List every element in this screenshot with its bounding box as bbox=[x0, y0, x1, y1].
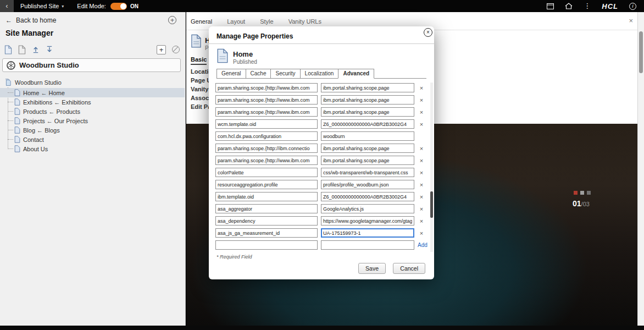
tree-node-about[interactable]: About Us bbox=[0, 144, 185, 153]
tab-style[interactable]: Style bbox=[260, 18, 273, 25]
add-circle-icon[interactable]: + bbox=[168, 16, 176, 24]
remove-row-icon[interactable]: × bbox=[418, 85, 425, 91]
slide-dot[interactable] bbox=[587, 191, 591, 195]
back-button[interactable]: ‹ bbox=[0, 0, 14, 12]
tree-node-label: Blog ← Blogs bbox=[23, 127, 60, 134]
property-value-input[interactable] bbox=[321, 168, 414, 177]
dialog-tab-localization[interactable]: Localization bbox=[300, 69, 339, 79]
property-key-input[interactable] bbox=[215, 180, 318, 189]
property-value-input[interactable] bbox=[321, 131, 414, 141]
property-value-input[interactable] bbox=[321, 180, 414, 189]
site-selector[interactable]: Woodburn Studio bbox=[2, 58, 181, 72]
toggle-state-label: ON bbox=[130, 3, 138, 9]
tree-node-label: Exhibitions ← Exhibitions bbox=[23, 99, 91, 106]
published-site-menu[interactable]: Published Site ▾ bbox=[20, 3, 64, 9]
tree-node-home[interactable]: Home ← Home bbox=[0, 88, 185, 97]
tab-vanity-urls[interactable]: Vanity URLs bbox=[288, 18, 321, 25]
scrollbar-thumb[interactable] bbox=[639, 31, 643, 73]
add-row-button[interactable]: Add bbox=[418, 242, 428, 248]
property-key-input[interactable] bbox=[215, 168, 318, 177]
info-icon[interactable]: i bbox=[629, 3, 636, 10]
property-value-input[interactable] bbox=[321, 144, 414, 153]
dialog-divider bbox=[209, 43, 434, 44]
dialog-tab-advanced[interactable]: Advanced bbox=[338, 69, 374, 79]
property-value-input[interactable] bbox=[321, 216, 414, 226]
tree-node-products[interactable]: Products ← Products bbox=[0, 107, 185, 116]
remove-row-icon[interactable]: × bbox=[418, 109, 425, 116]
site-name-label: Woodburn Studio bbox=[19, 61, 79, 69]
property-value-input[interactable] bbox=[321, 83, 414, 92]
property-value-input[interactable] bbox=[321, 107, 414, 117]
dialog-tab-general[interactable]: General bbox=[216, 69, 246, 79]
slide-dot[interactable] bbox=[580, 191, 584, 195]
property-value-input[interactable] bbox=[321, 192, 414, 201]
add-page-button[interactable]: + bbox=[157, 45, 166, 54]
property-key-input[interactable] bbox=[215, 119, 318, 129]
dialog-scrollbar-thumb[interactable] bbox=[430, 191, 433, 218]
dialog-tab-security[interactable]: Security bbox=[270, 69, 300, 79]
property-key-input[interactable] bbox=[215, 107, 318, 117]
move-page-up-button[interactable] bbox=[32, 46, 40, 53]
remove-row-icon[interactable]: × bbox=[418, 157, 425, 164]
edit-mode-toggle[interactable] bbox=[110, 3, 127, 10]
property-value-input-focused[interactable] bbox=[321, 228, 414, 238]
tree-node-projects[interactable]: Projects ← Our Projects bbox=[0, 116, 185, 125]
tree-node-root[interactable]: Woodburn Studio bbox=[0, 77, 185, 88]
remove-row-icon[interactable]: × bbox=[418, 206, 425, 212]
home-icon[interactable] bbox=[565, 3, 573, 9]
edit-mode-label: Edit Mode: bbox=[77, 3, 106, 9]
remove-row-icon[interactable]: × bbox=[418, 121, 425, 128]
dialog-tabs: GeneralCacheSecurityLocalizationAdvanced bbox=[216, 68, 426, 79]
tree-node-blog[interactable]: Blog ← Blogs bbox=[0, 125, 185, 135]
property-key-input[interactable] bbox=[215, 83, 318, 92]
remove-row-icon[interactable]: × bbox=[418, 97, 425, 103]
new-property-value-input[interactable] bbox=[321, 240, 414, 250]
property-key-input[interactable] bbox=[215, 192, 318, 201]
property-key-input[interactable] bbox=[215, 156, 318, 165]
property-key-input[interactable] bbox=[215, 204, 318, 213]
remove-row-icon[interactable]: × bbox=[418, 218, 425, 224]
restrict-icon[interactable] bbox=[172, 46, 180, 53]
property-value-input[interactable] bbox=[321, 119, 414, 129]
property-key-input[interactable] bbox=[215, 216, 318, 226]
bottom-strip bbox=[0, 326, 644, 330]
property-key-input[interactable] bbox=[215, 144, 318, 153]
tab-general[interactable]: General bbox=[191, 18, 212, 25]
tab-layout[interactable]: Layout bbox=[227, 18, 245, 25]
close-icon[interactable]: × bbox=[629, 16, 633, 25]
hcl-logo: HCL bbox=[602, 2, 618, 10]
property-key-input[interactable] bbox=[215, 131, 318, 141]
cancel-button[interactable]: Cancel bbox=[393, 263, 425, 274]
property-key-input[interactable] bbox=[215, 95, 318, 105]
preview-window-icon[interactable] bbox=[547, 3, 554, 9]
property-value-input[interactable] bbox=[321, 156, 414, 165]
property-value-input[interactable] bbox=[321, 95, 414, 105]
slide-dot-active[interactable] bbox=[574, 191, 578, 195]
create-page-button[interactable] bbox=[4, 45, 12, 54]
move-page-down-button[interactable] bbox=[46, 46, 53, 53]
back-to-home-link[interactable]: ← Back to home bbox=[5, 16, 56, 24]
remove-row-icon[interactable]: × bbox=[418, 145, 425, 152]
tree-node-contact[interactable]: Contact bbox=[0, 135, 185, 144]
dialog-scrollbar[interactable] bbox=[430, 82, 433, 252]
dialog-tab-cache[interactable]: Cache bbox=[246, 69, 271, 79]
kebab-menu-icon[interactable]: ⋮ bbox=[584, 3, 591, 9]
new-property-key-input[interactable] bbox=[215, 240, 318, 250]
duplicate-page-button[interactable] bbox=[18, 45, 26, 54]
property-row: × bbox=[215, 216, 430, 226]
remove-row-icon[interactable]: × bbox=[418, 169, 425, 176]
save-button[interactable]: Save bbox=[358, 263, 386, 274]
property-row: × bbox=[215, 167, 430, 178]
remove-row-icon[interactable]: × bbox=[418, 230, 425, 237]
remove-row-icon[interactable]: × bbox=[418, 194, 425, 200]
subtab-basic[interactable]: Basic bbox=[191, 56, 207, 65]
woodburn-logo-icon bbox=[7, 61, 15, 70]
property-value-input[interactable] bbox=[321, 204, 414, 213]
page-icon bbox=[14, 145, 20, 152]
no-access-icon bbox=[172, 46, 180, 53]
tree-node-exhibitions[interactable]: Exhibitions ← Exhibitions bbox=[0, 97, 185, 107]
remove-row-icon[interactable]: × bbox=[418, 182, 425, 188]
property-key-input[interactable] bbox=[215, 228, 318, 238]
dialog-close-icon[interactable]: × bbox=[424, 28, 432, 37]
window-scrollbar[interactable] bbox=[637, 12, 644, 326]
